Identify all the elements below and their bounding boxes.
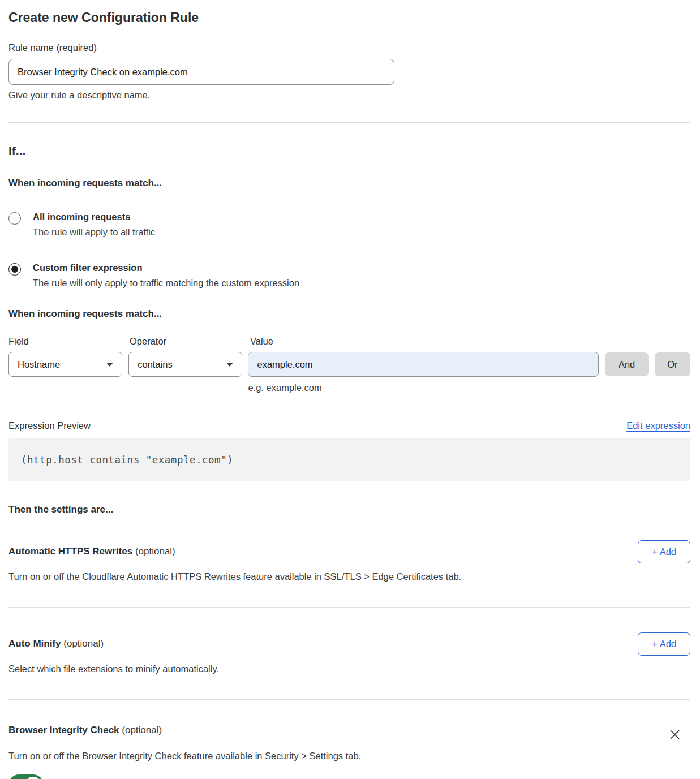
rule-name-label: Rule name (required) xyxy=(8,42,690,53)
operator-column-label: Operator xyxy=(130,336,250,347)
field-select-value: Hostname xyxy=(18,359,60,370)
remove-setting-button[interactable] xyxy=(666,726,684,743)
section-divider xyxy=(8,699,690,700)
setting-title: Automatic HTTPS Rewrites (optional) xyxy=(8,540,175,557)
setting-browser-integrity-check: Browser Integrity Check (optional) Turn … xyxy=(8,725,690,779)
setting-automatic-https-rewrites: Automatic HTTPS Rewrites (optional) + Ad… xyxy=(8,540,690,582)
radio-all-incoming-requests[interactable] xyxy=(8,212,21,225)
radio-description: The rule will apply to all traffic xyxy=(33,227,155,238)
setting-title: Browser Integrity Check (optional) xyxy=(8,725,162,736)
radio-label[interactable]: All incoming requests xyxy=(33,212,155,222)
option-all-incoming-requests[interactable]: All incoming requests The rule will appl… xyxy=(8,212,690,238)
optional-tag: (optional) xyxy=(122,725,162,735)
value-column-label: Value xyxy=(250,336,604,347)
expression-preview-label: Expression Preview xyxy=(8,420,91,431)
setting-title: Auto Minify (optional) xyxy=(8,632,104,649)
chevron-down-icon xyxy=(106,363,113,367)
if-heading: If... xyxy=(8,144,690,158)
match-heading: When incoming requests match... xyxy=(8,178,690,189)
expression-builder-row: Hostname contains e.g. example.com And O… xyxy=(8,352,690,393)
edit-expression-link[interactable]: Edit expression xyxy=(626,420,690,431)
field-column-label: Field xyxy=(8,336,130,347)
section-divider xyxy=(8,122,690,123)
setting-description: Turn on or off the Browser Integrity Che… xyxy=(8,751,690,761)
setting-description: Turn on or off the Cloudflare Automatic … xyxy=(8,571,690,582)
create-configuration-rule-page: Create new Configuration Rule Rule name … xyxy=(0,0,700,779)
or-button[interactable]: Or xyxy=(655,352,690,376)
builder-column-labels: Field Operator Value xyxy=(8,336,690,347)
chevron-down-icon xyxy=(226,363,233,367)
value-help: e.g. example.com xyxy=(248,382,599,393)
rule-name-input[interactable] xyxy=(8,59,394,85)
expression-preview-code: (http.host contains "example.com") xyxy=(8,438,690,481)
radio-description: The rule will only apply to traffic matc… xyxy=(33,278,299,289)
optional-tag: (optional) xyxy=(63,638,104,649)
browser-integrity-toggle[interactable] xyxy=(8,774,44,779)
toggle-knob xyxy=(25,777,41,779)
option-custom-filter-expression[interactable]: Custom filter expression The rule will o… xyxy=(8,262,690,289)
operator-select[interactable]: contains xyxy=(128,352,242,377)
then-heading: Then the settings are... xyxy=(8,504,690,515)
setting-description: Select which file extensions to minify a… xyxy=(8,664,690,674)
operator-select-value: contains xyxy=(138,359,172,370)
and-button[interactable]: And xyxy=(605,352,648,376)
rule-name-help: Give your rule a descriptive name. xyxy=(8,90,690,101)
radio-custom-filter-expression[interactable] xyxy=(8,263,21,276)
add-automatic-https-rewrites-button[interactable]: + Add xyxy=(638,540,690,563)
radio-label[interactable]: Custom filter expression xyxy=(33,262,299,273)
field-select[interactable]: Hostname xyxy=(8,352,122,377)
optional-tag: (optional) xyxy=(135,546,175,557)
section-divider xyxy=(8,607,690,608)
value-input[interactable] xyxy=(248,352,599,377)
page-title: Create new Configuration Rule xyxy=(8,10,690,25)
setting-auto-minify: Auto Minify (optional) + Add Select whic… xyxy=(8,632,690,674)
builder-heading: When incoming requests match... xyxy=(8,308,690,320)
close-icon xyxy=(668,728,681,741)
add-auto-minify-button[interactable]: + Add xyxy=(638,632,690,656)
